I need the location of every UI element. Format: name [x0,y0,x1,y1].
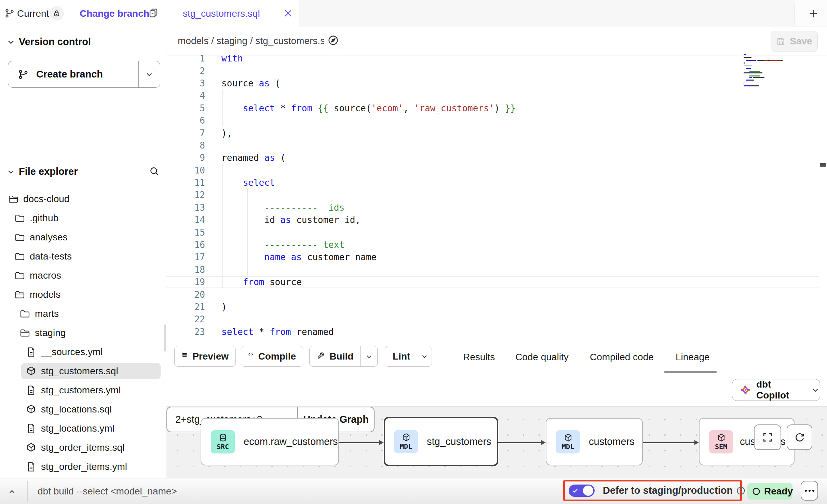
file-tree-item[interactable]: stg_locations.sql [0,400,166,419]
lint-dropdown[interactable] [417,346,432,366]
code-line-5[interactable]: 5 select * from {{ source('ecom', 'raw_c… [166,102,819,114]
code-line-15[interactable]: 15 [166,226,819,238]
code-text: from source [221,277,302,287]
refresh-button[interactable] [787,424,812,450]
tab-lineage[interactable]: Lineage [676,352,710,363]
lineage-node-customers[interactable]: MDL customers [546,418,643,465]
fullscreen-button[interactable] [754,424,781,450]
file-tree-item[interactable]: __sources.yml [0,342,166,362]
create-branch-dropdown[interactable] [138,61,160,87]
file-tree-item[interactable]: models [0,285,166,304]
wrench-icon [316,352,325,361]
file-tree-item[interactable]: stg_locations.yml [0,419,166,438]
preview-button[interactable]: Preview [174,346,236,367]
model-icon [26,442,37,453]
file-tree-item[interactable]: .github [0,209,166,228]
code-text: id as customer_id, [221,215,361,225]
file-tree-item[interactable]: stg_order_items.yml [0,457,166,476]
code-line-10[interactable]: 10 [166,164,819,177]
code-line-22[interactable]: 22 [166,313,819,325]
file-tree-item[interactable]: macros [0,266,166,285]
command-input[interactable]: dbt build --select <model_name> [38,486,177,497]
lint-button[interactable]: Lint [385,346,432,367]
create-branch-main[interactable]: Create branch [8,61,138,87]
code-line-17[interactable]: 17 name as customer_name [166,251,819,263]
save-icon [776,37,786,46]
statusbar-divider [27,481,28,502]
file-tree-item[interactable]: stg_customers.sql [21,363,161,379]
code-line-20[interactable]: 20 [166,288,819,300]
new-tab-plus-icon[interactable] [807,8,819,20]
code-line-8[interactable]: 8 [166,139,819,152]
code-line-7[interactable]: 7), [166,127,819,139]
tab-stg-customers-sql[interactable]: stg_customers.sql [166,0,299,27]
file-label: marts [35,308,59,319]
tab-results[interactable]: Results [463,352,495,363]
status-circle-icon [752,487,761,496]
build-button[interactable]: Build [309,346,378,367]
change-branch-link[interactable]: Change branch [80,8,149,19]
help-icon[interactable] [736,486,746,495]
tab-compiled-code[interactable]: Compiled code [590,352,654,363]
model-icon [26,404,37,415]
lineage-node-source[interactable]: SRC ecom.raw_customers [201,418,339,465]
code-line-4[interactable]: 4 [166,89,819,102]
line-number: 3 [166,78,205,88]
code-line-11[interactable]: 11 select [166,177,819,189]
code-line-23[interactable]: 23select * from renamed [166,326,819,338]
build-dropdown[interactable] [360,346,377,366]
table-icon [181,352,188,361]
branch-header: Current Change branch [0,0,166,27]
file-label: stg_order_items.sql [41,442,124,453]
file-icon [26,347,37,358]
folder-icon [14,232,25,243]
line-number: 18 [166,265,205,275]
node-label: stg_customers [427,436,491,447]
file-tree-item[interactable]: data-tests [0,247,166,266]
tab-code-quality[interactable]: Code quality [515,352,569,363]
copy-icon[interactable] [148,8,159,18]
sidebar-scrollbar[interactable] [164,324,166,352]
compile-label: Compile [258,351,296,362]
code-line-3[interactable]: 3source as ( [166,77,819,89]
editor-minimap[interactable] [744,54,789,89]
compile-button[interactable]: Compile [241,346,303,367]
code-line-14[interactable]: 14 id as customer_id, [166,214,819,226]
active-tab-underline [664,371,717,373]
defer-toggle[interactable] [569,485,595,497]
file-tree-item[interactable]: stg_order_items.sql [0,438,166,457]
chevron-down-icon[interactable] [6,37,16,47]
code-line-12[interactable]: 12 [166,189,819,201]
code-line-19[interactable]: 19 from source [166,276,819,288]
code-editor[interactable]: 1with23source as (45 select * from {{ so… [166,55,819,344]
code-line-1[interactable]: 1with [166,55,819,65]
code-line-2[interactable]: 2 [166,65,819,77]
save-button[interactable]: Save [771,31,818,52]
code-line-13[interactable]: 13 ---------- ids [166,201,819,214]
chevron-down-icon[interactable] [6,167,16,177]
code-line-21[interactable]: 21) [166,301,819,313]
file-label: docs-cloud [23,194,69,205]
file-explorer-title: File explorer [19,166,78,177]
code-line-18[interactable]: 18 [166,264,819,276]
code-line-16[interactable]: 16 ---------- text [166,239,819,251]
copilot-compass-icon[interactable] [324,31,342,50]
file-tree-item[interactable]: analyses [0,228,166,247]
file-tree-item[interactable]: marts [0,304,166,323]
code-line-6[interactable]: 6 [166,114,819,127]
more-options-button[interactable] [801,481,818,501]
folder-icon [14,251,25,262]
search-icon[interactable] [149,166,160,177]
file-label: stg_customers.sql [41,366,118,377]
dbt-copilot-button[interactable]: dbt Copilot [732,379,820,401]
create-branch-button[interactable]: Create branch [8,61,160,88]
chevron-up-icon[interactable] [7,487,17,497]
lineage-node-stg-customers[interactable]: MDL stg_customers [384,417,498,466]
code-line-9[interactable]: 9renamed as ( [166,152,819,164]
lineage-canvas[interactable]: SRC ecom.raw_customers MDL stg_customers… [166,406,827,478]
close-icon[interactable] [282,8,294,19]
file-tree-item[interactable]: staging [0,323,166,342]
file-tree-item[interactable]: stg_customers.yml [0,381,166,400]
editor-scrollbar-thumb[interactable] [820,163,826,167]
file-tree-item[interactable]: docs-cloud [0,190,166,209]
